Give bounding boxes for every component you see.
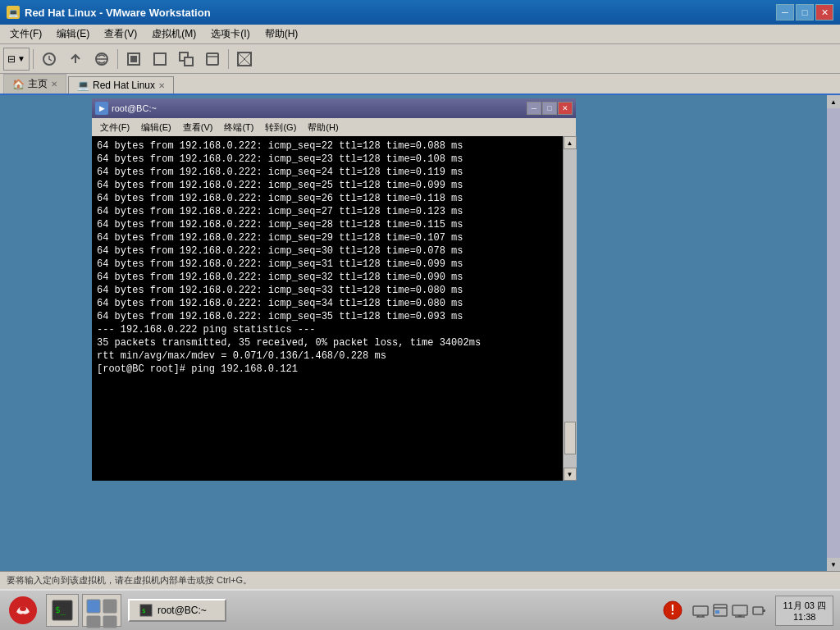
svg-rect-21 [103, 616, 116, 628]
terminal[interactable]: 64 bytes from 192.168.0.222: icmp_seq=22… [92, 136, 563, 481]
terminal-line: 35 packets transmitted, 35 received, 0% … [97, 336, 558, 349]
terminal-line: 64 bytes from 192.168.0.222: icmp_seq=23… [97, 153, 558, 166]
taskbar-terminal-btn[interactable]: $_ [46, 594, 79, 627]
status-text: 要将输入定向到该虚拟机，请在虚拟机内部单击或按 Ctrl+G。 [7, 574, 252, 587]
taskbar-window-button[interactable]: $ root@BC:~ [128, 599, 226, 622]
tab-home[interactable]: 🏠 主页 ✕ [3, 74, 66, 94]
svg-rect-6 [154, 53, 166, 65]
tab-home-close[interactable]: ✕ [51, 80, 57, 89]
window-controls: ─ □ ✕ [776, 4, 833, 21]
vm-close-btn[interactable]: ✕ [558, 102, 573, 115]
svg-rect-5 [130, 56, 137, 62]
terminal-line: 64 bytes from 192.168.0.222: icmp_seq=35… [97, 310, 558, 323]
vm-titlebar: ▶ root@BC:~ ─ □ ✕ [92, 98, 576, 118]
vm-menu-goto[interactable]: 转到(G) [260, 121, 301, 135]
toolbar-icon-2[interactable] [37, 48, 62, 71]
close-button[interactable]: ✕ [815, 4, 833, 21]
terminal-line: 64 bytes from 192.168.0.222: icmp_seq=24… [97, 166, 558, 179]
toolbar-sep-2 [117, 49, 118, 69]
toolbar-icon-3[interactable] [63, 48, 88, 71]
main-area-scrollbar[interactable]: ▲ ▼ [827, 95, 840, 571]
toolbar-icon-1[interactable]: ⊟ [7, 53, 16, 65]
main-scroll-up[interactable]: ▲ [827, 95, 840, 108]
svg-rect-19 [103, 600, 116, 613]
tab-redhat-icon: 💻 [77, 80, 89, 91]
toolbar-icon-9[interactable] [232, 48, 257, 71]
svg-rect-37 [763, 609, 765, 612]
svg-point-15 [20, 606, 26, 611]
terminal-line: 64 bytes from 192.168.0.222: icmp_seq=34… [97, 297, 558, 310]
main-content: ▶ root@BC:~ ─ □ ✕ 文件(F) 编辑(E) 查看(V) 终端(T… [0, 95, 840, 571]
vm-menu-view[interactable]: 查看(V) [178, 121, 218, 135]
sys-icon-3[interactable] [731, 601, 749, 619]
scrollbar-track [564, 149, 577, 468]
vm-menu-file[interactable]: 文件(F) [95, 121, 135, 135]
terminal-line: 64 bytes from 192.168.0.222: icmp_seq=29… [97, 231, 558, 244]
terminal-line: 64 bytes from 192.168.0.222: icmp_seq=22… [97, 139, 558, 153]
main-scroll-down[interactable]: ▼ [827, 558, 840, 571]
vm-menu: 文件(F) 编辑(E) 查看(V) 终端(T) 转到(G) 帮助(H) [92, 118, 576, 136]
tab-redhat-label: Red Hat Linux [93, 80, 155, 91]
toolbar-icon-7[interactable] [174, 48, 199, 71]
toolbar-dropdown-arrow[interactable]: ▼ [17, 54, 25, 63]
taskbar-center: $ root@BC:~ [121, 599, 660, 622]
scrollbar-down-btn[interactable]: ▼ [564, 468, 577, 481]
vm-minimize-btn[interactable]: ─ [527, 102, 541, 115]
menu-edit[interactable]: 编辑(E) [50, 25, 96, 43]
terminal-line: --- 192.168.0.222 ping statistics --- [97, 323, 558, 336]
svg-rect-36 [753, 607, 763, 614]
toolbar: ⊟ ▼ [0, 44, 840, 74]
sys-icon-4[interactable] [751, 601, 769, 619]
svg-text:$_: $_ [55, 605, 66, 615]
menu-vm[interactable]: 虚拟机(M) [145, 25, 203, 43]
clock-date: 11月 03 四 [783, 600, 826, 612]
vm-window: ▶ root@BC:~ ─ □ ✕ 文件(F) 编辑(E) 查看(V) 终端(T… [92, 98, 576, 481]
menu-help[interactable]: 帮助(H) [258, 25, 305, 43]
menu-file[interactable]: 文件(F) [3, 25, 48, 43]
minimize-button[interactable]: ─ [776, 4, 794, 21]
tabs-bar: 🏠 主页 ✕ 💻 Red Hat Linux ✕ [0, 74, 840, 95]
sys-icon-1[interactable] [692, 601, 710, 619]
terminal-line: 64 bytes from 192.168.0.222: icmp_seq=33… [97, 284, 558, 297]
terminal-container[interactable]: 64 bytes from 192.168.0.222: icmp_seq=22… [92, 136, 576, 481]
toolbar-icon-4[interactable] [89, 48, 114, 71]
vm-maximize-btn[interactable]: □ [542, 102, 557, 115]
toolbar-icon-5[interactable] [121, 48, 146, 71]
taskbar-multiwin-btn[interactable] [82, 594, 121, 627]
terminal-line: [root@BC root]# ping 192.168.0.121 [97, 363, 558, 376]
terminal-line: 64 bytes from 192.168.0.222: icmp_seq=32… [97, 271, 558, 284]
toolbar-icon-6[interactable] [148, 48, 172, 71]
menu-tabs[interactable]: 选项卡(I) [204, 25, 256, 43]
vm-menu-terminal[interactable]: 终端(T) [219, 121, 258, 135]
vm-menu-edit[interactable]: 编辑(E) [136, 121, 176, 135]
tab-home-icon: 🏠 [12, 79, 25, 90]
svg-text:!: ! [671, 603, 675, 617]
clock-time: 11:38 [783, 612, 826, 622]
scrollbar-thumb[interactable] [564, 422, 576, 454]
svg-rect-9 [207, 53, 218, 65]
toolbar-icon-8[interactable] [200, 48, 225, 71]
terminal-line: 64 bytes from 192.168.0.222: icmp_seq=28… [97, 218, 558, 231]
sys-icon-2[interactable] [711, 601, 729, 619]
start-button[interactable] [3, 592, 43, 628]
taskbar-apps: $_ [46, 594, 121, 627]
terminal-scrollbar[interactable]: ▲ ▼ [563, 136, 576, 481]
title-bar: 💻 Red Hat Linux - VMware Workstation ─ □… [0, 0, 840, 25]
taskbar-right: ! 11月 03 四 11:38 [660, 596, 837, 626]
terminal-line: 64 bytes from 192.168.0.222: icmp_seq=26… [97, 192, 558, 205]
terminal-line: 64 bytes from 192.168.0.222: icmp_seq=25… [97, 179, 558, 192]
svg-rect-20 [87, 616, 100, 628]
scrollbar-up-btn[interactable]: ▲ [564, 136, 577, 149]
tab-redhat[interactable]: 💻 Red Hat Linux ✕ [68, 76, 174, 94]
notification-icon-btn[interactable]: ! [660, 598, 685, 623]
menu-view[interactable]: 查看(V) [98, 25, 144, 43]
window-title: Red Hat Linux - VMware Workstation [25, 7, 771, 19]
terminal-line: rtt min/avg/max/mdev = 0.071/0.136/1.468… [97, 349, 558, 363]
vm-window-icon: ▶ [95, 102, 108, 115]
terminal-line: 64 bytes from 192.168.0.222: icmp_seq=30… [97, 244, 558, 258]
status-bar: 要将输入定向到该虚拟机，请在虚拟机内部单击或按 Ctrl+G。 [0, 571, 840, 589]
vm-menu-help[interactable]: 帮助(H) [303, 121, 343, 135]
svg-text:$: $ [142, 608, 145, 614]
maximize-button[interactable]: □ [796, 4, 814, 21]
tab-redhat-close[interactable]: ✕ [158, 81, 165, 90]
